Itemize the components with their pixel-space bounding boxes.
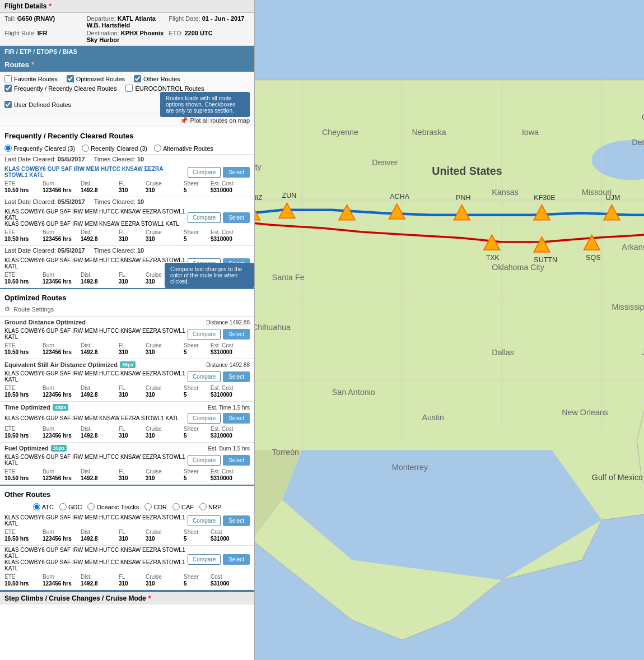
compare-btn-other-2[interactable]: Compare xyxy=(188,554,221,565)
time-optimized-block: Time Optimized 40px Est. Time 1.5 hrs KL… xyxy=(0,401,254,442)
select-btn-time[interactable]: Select xyxy=(223,413,250,424)
other-route-btn-group-2: Compare Select xyxy=(188,554,250,565)
ground-dist-details: ETE Burn Dist. FL Cruise Sheer Est. Cost… xyxy=(0,341,254,359)
select-btn-2[interactable]: Select xyxy=(223,212,250,223)
cleared-info-3: Last Date Cleared: 05/5/2017 Times Clear… xyxy=(0,246,254,256)
radio-caf[interactable]: CAF xyxy=(172,503,194,510)
svg-text:Chicago: Chicago xyxy=(642,113,644,122)
select-btn-fuel[interactable]: Select xyxy=(223,455,250,466)
checkbox-eurocontrol[interactable]: EUROCONTROL Routes xyxy=(125,85,204,92)
checkbox-optimized-input[interactable] xyxy=(67,75,74,82)
compare-tooltip: Compare text changes to the color of the… xyxy=(165,263,254,288)
checkbox-user-defined-input[interactable] xyxy=(4,101,12,108)
radio-caf-input[interactable] xyxy=(172,503,180,510)
svg-text:Mississippi Alabama: Mississippi Alabama xyxy=(612,303,644,312)
checkbox-eurocontrol-input[interactable] xyxy=(125,85,133,92)
radio-oceanic-input[interactable] xyxy=(87,503,95,510)
flight-date-cell: Flight Date: 01 - Jun - 2017 xyxy=(169,15,250,29)
select-btn-esad[interactable]: Select xyxy=(223,371,250,382)
checkbox-row-1: Favorite Routes Optimized Routes Other R… xyxy=(4,75,250,82)
svg-text:Chihuahua: Chihuahua xyxy=(255,323,291,332)
radio-frequently-cleared-input[interactable] xyxy=(4,145,12,152)
other-route-waypoints-2: KLAS COWBY6 GUP SAF IRW MEM HUTCC KNSAW … xyxy=(4,547,188,571)
compare-btn-other-1[interactable]: Compare xyxy=(188,515,221,526)
ground-distance-title: Ground Distance Optimized Distance 1492.… xyxy=(0,317,254,327)
time-opt-details: ETE Burn Dist. FL Cruise Sheer Est. Cost… xyxy=(0,425,254,442)
svg-text:Nebraska: Nebraska xyxy=(412,128,446,137)
select-btn-other-1[interactable]: Select xyxy=(223,515,250,526)
compare-btn-esad[interactable]: Compare xyxy=(188,371,221,382)
radio-alternative-label: Alternative Routes xyxy=(163,145,213,152)
fl-header: FL xyxy=(119,180,141,187)
checkbox-other-input[interactable] xyxy=(134,75,141,82)
flight-date-label: Flight Date: xyxy=(169,15,200,22)
radio-frequently-cleared[interactable]: Frequently Cleared (3) xyxy=(4,145,75,152)
radio-nrp-input[interactable] xyxy=(199,503,207,510)
radio-alternative-input[interactable] xyxy=(154,145,161,152)
esad-actions: KLAS COWBY6 GUP SAF IRW MEM HUTCC KNSAW … xyxy=(0,369,254,384)
cleared-info-1: Last Date Cleared: 05/5/2017 Times Clear… xyxy=(0,155,254,165)
time-opt-btn-group: Compare Select xyxy=(188,413,250,424)
svg-text:Iowa: Iowa xyxy=(522,128,539,137)
svg-text:TXK: TXK xyxy=(486,254,500,262)
radio-recently-cleared-input[interactable] xyxy=(82,145,89,152)
compare-btn-2[interactable]: Compare xyxy=(188,212,221,223)
other-route-block-2: KLAS COWBY6 GUP SAF IRW MEM HUTCC KNSAW … xyxy=(0,545,254,590)
esad-details: ETE Burn Dist. FL Cruise Sheer Est. Cost… xyxy=(0,384,254,401)
plot-routes-label[interactable]: Plot all routes on map xyxy=(190,117,250,124)
radio-alternative[interactable]: Alternative Routes xyxy=(154,145,213,152)
flight-details-required: * xyxy=(49,2,52,10)
checkbox-favorite[interactable]: Favorite Routes xyxy=(4,75,58,82)
radio-gdc[interactable]: GDC xyxy=(59,503,82,510)
other-route-details-2: ETE Burn Dist. FL Cruise Sheer Cost 10.5… xyxy=(0,573,254,590)
radio-atc[interactable]: ATC xyxy=(33,503,54,510)
other-route-btn-group-1: Compare Select xyxy=(188,515,250,526)
radio-cdr[interactable]: CDR xyxy=(144,503,167,510)
svg-text:KF30E: KF30E xyxy=(534,194,555,202)
route-details-2: ETE Burn Dist. FL Cruise Sheer Est. Cost… xyxy=(0,228,254,245)
svg-text:SQS: SQS xyxy=(586,254,600,262)
checkbox-frequently-input[interactable] xyxy=(4,85,12,92)
checkbox-frequently[interactable]: Frequently / Recently Cleared Routes xyxy=(4,85,116,92)
step-climbs-footer: Step Climbs / Cruise Changes / Cruise Mo… xyxy=(0,591,254,605)
departure-cell: Departure: KATL Atlanta W.B. Hartsfield xyxy=(87,15,168,29)
radio-cdr-input[interactable] xyxy=(144,503,152,510)
radio-atc-input[interactable] xyxy=(33,503,40,510)
checkbox-other-label: Other Routes xyxy=(143,76,180,82)
checkbox-favorite-label: Favorite Routes xyxy=(14,76,58,82)
radio-gdc-input[interactable] xyxy=(59,503,67,510)
select-btn-1[interactable]: Select xyxy=(223,167,250,178)
cleared-route-block-1: Last Date Cleared: 05/5/2017 Times Clear… xyxy=(0,154,254,197)
compare-btn-ground[interactable]: Compare xyxy=(188,329,221,340)
fuel-opt-waypoints: KLAS COWBY6 GUP SAF IRW MEM HUTCC KNSAW … xyxy=(4,454,188,466)
flight-date-value: 01 - Jun - 2017 xyxy=(202,15,245,22)
fuel-optimized-block: Fuel Optimized 35px Est. Burn 1.5 hrs KL… xyxy=(0,442,254,485)
compare-btn-time[interactable]: Compare xyxy=(188,413,221,424)
svg-text:United States: United States xyxy=(432,165,502,177)
map-pin-icon: 📌 xyxy=(180,117,188,124)
route-settings-label[interactable]: Route Settings xyxy=(13,306,54,313)
times-cleared-label-3: Times Cleared: 10 xyxy=(94,247,144,254)
radio-nrp[interactable]: NRP xyxy=(199,503,221,510)
compare-btn-fuel[interactable]: Compare xyxy=(188,455,221,466)
select-btn-other-2[interactable]: Select xyxy=(223,554,250,565)
estcost-val-1: $310000 xyxy=(211,187,244,193)
fuel-optimized-title: Fuel Optimized 35px Est. Burn 1.5 hrs xyxy=(0,443,254,453)
map-panel: United States Salt Lake City St. George … xyxy=(255,0,644,660)
last-date-label-3: Last Date Cleared: 05/5/2017 xyxy=(4,247,85,254)
esad-btn-group: Compare Select xyxy=(188,371,250,382)
time-opt-actions: KLAS COWBY6 GUP SAF IRW MEM KNSAW EEZRA … xyxy=(0,412,254,425)
select-btn-ground[interactable]: Select xyxy=(223,329,250,340)
cleared-info-2: Last Date Cleared: 05/5/2017 Times Clear… xyxy=(0,197,254,207)
checkbox-other[interactable]: Other Routes xyxy=(134,75,180,82)
compare-btn-1[interactable]: Compare xyxy=(188,167,221,178)
svg-text:Torreón: Torreón xyxy=(272,448,299,457)
radio-oceanic[interactable]: Oceanic Tracks xyxy=(87,503,139,510)
checkbox-favorite-input[interactable] xyxy=(4,75,12,82)
checkbox-user-defined[interactable]: User Defined Routes xyxy=(4,101,71,108)
checkbox-optimized[interactable]: Optimized Routes xyxy=(67,75,125,82)
routes-required: * xyxy=(31,60,34,69)
radio-recently-cleared[interactable]: Recently Cleared (3) xyxy=(82,145,147,152)
svg-text:San Antonio: San Antonio xyxy=(332,388,375,397)
map-svg: United States Salt Lake City St. George … xyxy=(255,0,644,660)
